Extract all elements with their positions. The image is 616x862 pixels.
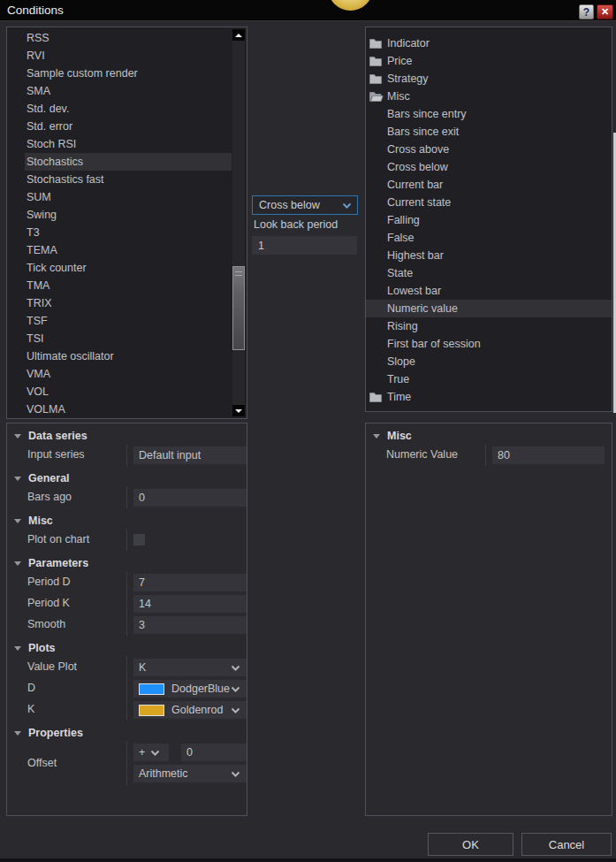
tree-item-current-bar[interactable]: Current bar xyxy=(366,176,612,194)
tree-item-label: Time xyxy=(387,391,411,403)
close-button[interactable]: ✕ xyxy=(597,4,613,19)
list-item-tick-counter[interactable]: Tick counter xyxy=(7,259,232,277)
offset-mode-select[interactable]: Arithmetic xyxy=(133,765,247,782)
value-plot-select[interactable]: K xyxy=(133,659,247,676)
arrow-up-icon xyxy=(235,34,242,37)
property-row-offset: Offset+0Arithmetic xyxy=(7,742,247,785)
folder-closed-icon xyxy=(369,392,382,402)
tree-item-true[interactable]: True xyxy=(366,370,612,388)
tree-item-first-bar-of-session[interactable]: First bar of session xyxy=(366,335,612,353)
tree-item-strategy[interactable]: Strategy xyxy=(366,70,612,88)
list-item-t3[interactable]: T3 xyxy=(7,224,232,241)
indicator-list-scrollbar[interactable] xyxy=(232,29,245,416)
property-label: Smooth xyxy=(27,618,65,630)
list-item-vma[interactable]: VMA xyxy=(7,365,232,383)
list-item-stoch-rsi[interactable]: Stoch RSI xyxy=(7,135,232,153)
list-item-std-dev[interactable]: Std. dev. xyxy=(7,100,232,118)
condition-tree: IndicatorPriceStrategyMiscBars since ent… xyxy=(366,27,612,411)
tree-item-indicator[interactable]: Indicator xyxy=(366,34,612,52)
list-item-tma[interactable]: TMA xyxy=(7,277,232,294)
tree-item-cross-below[interactable]: Cross below xyxy=(366,158,612,176)
help-button[interactable]: ? xyxy=(579,4,594,19)
tree-item-price[interactable]: Price xyxy=(366,52,612,70)
period-k-field[interactable]: 14 xyxy=(133,595,247,613)
section-header-properties[interactable]: Properties xyxy=(7,724,247,742)
tree-item-bars-since-entry[interactable]: Bars since entry xyxy=(366,105,612,123)
chevron-down-icon xyxy=(150,750,160,756)
property-row-d: DDodgerBlue xyxy=(7,678,247,699)
smooth-field[interactable]: 3 xyxy=(133,616,247,634)
list-item-stochastics[interactable]: Stochastics xyxy=(7,153,232,171)
list-item-sample-custom-render[interactable]: Sample custom render xyxy=(7,65,232,82)
tree-item-rising[interactable]: Rising xyxy=(366,317,612,335)
indicator-list: RSSRVISample custom renderSMAStd. dev.St… xyxy=(7,29,232,418)
chevron-down-icon xyxy=(342,202,352,209)
list-item-vol[interactable]: VOL xyxy=(7,383,232,400)
tree-item-bars-since-exit[interactable]: Bars since exit xyxy=(366,123,612,141)
tree-item-label: Slope xyxy=(387,355,415,368)
scroll-down-button[interactable] xyxy=(232,405,245,416)
tree-item-time[interactable]: Time xyxy=(366,388,612,406)
look-back-label: Look back period xyxy=(254,218,338,231)
conditions-dialog: Conditions ? ✕ RSSRVISample custom rende… xyxy=(0,0,616,862)
tree-item-cross-above[interactable]: Cross above xyxy=(366,141,612,158)
section-header-general[interactable]: General xyxy=(7,469,247,487)
input-series-field[interactable]: Default input xyxy=(133,446,247,464)
property-value-cell: Default input xyxy=(126,445,247,466)
list-item-rvi[interactable]: RVI xyxy=(7,47,232,65)
collapse-arrow-icon xyxy=(14,477,21,481)
plot-on-chart-checkbox[interactable] xyxy=(133,534,145,545)
period-d-field[interactable]: 7 xyxy=(133,574,247,591)
select-value: K xyxy=(139,659,231,676)
tree-item-misc[interactable]: Misc xyxy=(366,88,612,105)
property-label: D xyxy=(27,682,35,694)
section-header-parameters[interactable]: Parameters xyxy=(7,554,247,572)
list-item-tsi[interactable]: TSI xyxy=(7,330,232,347)
tree-item-label: Falling xyxy=(387,214,420,226)
tree-item-state[interactable]: State xyxy=(366,264,612,282)
section-header-plots[interactable]: Plots xyxy=(7,639,247,657)
tree-item-falling[interactable]: Falling xyxy=(366,211,612,229)
list-item-stochastics-fast[interactable]: Stochastics fast xyxy=(7,171,232,188)
tree-item-label: Cross above xyxy=(387,143,449,156)
list-item-trix[interactable]: TRIX xyxy=(7,294,232,312)
look-back-input[interactable] xyxy=(252,236,357,255)
section-header-label: Properties xyxy=(28,727,83,739)
property-label: Plot on chart xyxy=(27,533,89,545)
d-color-select[interactable]: DodgerBlue xyxy=(133,680,247,698)
tree-item-slope[interactable]: Slope xyxy=(366,353,612,370)
tree-item-highest-bar[interactable]: Highest bar xyxy=(366,247,612,264)
tree-item-numeric-value[interactable]: Numeric value xyxy=(366,300,612,317)
list-item-volma[interactable]: VOLMA xyxy=(7,400,232,418)
tree-item-lowest-bar[interactable]: Lowest bar xyxy=(366,282,612,300)
tree-item-current-state[interactable]: Current state xyxy=(366,194,612,211)
property-value-cell: Goldenrod xyxy=(126,699,247,721)
list-item-rss[interactable]: RSS xyxy=(7,29,232,47)
property-row-input-series: Input seriesDefault input xyxy=(7,445,247,466)
list-item-swing[interactable]: Swing xyxy=(7,206,232,224)
numeric-value-field[interactable]: 80 xyxy=(492,446,605,464)
cancel-button[interactable]: Cancel xyxy=(521,833,612,856)
section-header-misc[interactable]: Misc xyxy=(7,512,247,530)
offset-value-field[interactable]: 0 xyxy=(181,744,247,761)
section-header-label: Parameters xyxy=(28,557,88,569)
tree-item-false[interactable]: False xyxy=(366,229,612,247)
scrollbar-thumb[interactable] xyxy=(232,266,245,350)
property-value-cell xyxy=(126,530,247,551)
condition-type-select[interactable]: Cross below xyxy=(252,195,358,215)
section-header-misc[interactable]: Misc xyxy=(366,427,612,445)
list-item-ultimate-oscillator[interactable]: Ultimate oscillator xyxy=(7,347,232,365)
k-color-select[interactable]: Goldenrod xyxy=(133,701,247,719)
list-item-std-error[interactable]: Std. error xyxy=(7,118,232,135)
list-item-sum[interactable]: SUM xyxy=(7,188,232,206)
section-header-label: Misc xyxy=(387,430,412,442)
list-item-sma[interactable]: SMA xyxy=(7,82,232,100)
offset-operator-select[interactable]: + xyxy=(133,744,169,761)
list-item-tsf[interactable]: TSF xyxy=(7,312,232,330)
color-swatch xyxy=(139,705,164,716)
bars-ago-field[interactable]: 0 xyxy=(133,489,247,507)
list-item-tema[interactable]: TEMA xyxy=(7,241,232,259)
scroll-up-button[interactable] xyxy=(232,29,245,41)
section-header-data-series[interactable]: Data series xyxy=(7,427,247,445)
ok-button[interactable]: OK xyxy=(428,833,513,856)
